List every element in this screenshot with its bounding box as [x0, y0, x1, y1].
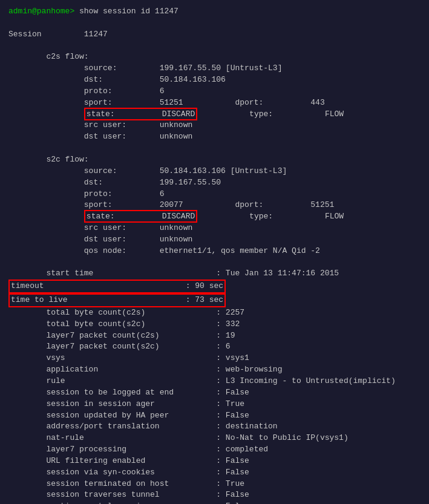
- timeout-line: timeout : 90 sec: [8, 281, 226, 290]
- total-byte-c2s: total byte count(c2s) : 2257: [8, 308, 244, 317]
- session-label: Session 11247: [8, 30, 108, 39]
- ttl-line: time to live : 73 sec: [8, 295, 226, 304]
- c2s-proto: proto: 6: [8, 87, 164, 96]
- c2s-dst-user: dst user: unknown: [8, 132, 192, 141]
- traverses-tunnel: session traverses tunnel : False: [8, 490, 249, 499]
- c2s-source: source: 199.167.55.50 [Untrust-L3]: [8, 64, 282, 73]
- url-filter: URL filtering enabled : False: [8, 456, 249, 465]
- application-line: application : web-browsing: [8, 365, 282, 374]
- c2s-state-type: state: DISCARD type: FLOW: [8, 108, 344, 120]
- addr-port-trans: address/port translation : destination: [8, 422, 278, 431]
- prompt-line: admin@panhome> show session id 11247: [8, 7, 178, 16]
- rule-line: rule : L3 Incoming - to Untrusted(implic…: [8, 376, 396, 385]
- nat-rule: nat-rule : No-Nat to Public IP(vsys1): [8, 433, 349, 442]
- ha-peer: session updated by HA peer : False: [8, 411, 249, 420]
- s2c-proto: proto: 6: [8, 189, 164, 198]
- start-time-label: start time : Tue Jan 13 11:47:16 2015: [8, 269, 339, 278]
- c2s-dst: dst: 50.184.163.106: [8, 75, 226, 84]
- syn-cookies: session via syn-cookies : False: [8, 468, 249, 477]
- session-logged: session to be logged at end : False: [8, 388, 249, 397]
- s2c-state-type: state: DISCARD type: FLOW: [8, 210, 344, 223]
- layer7-pkt-c2s: layer7 packet count(c2s) : 19: [8, 331, 235, 340]
- s2c-label: s2c flow:: [8, 155, 89, 164]
- layer7-proc: layer7 processing : completed: [8, 445, 268, 454]
- layer7-pkt-s2c: layer7 packet count(s2c) : 6: [8, 342, 231, 351]
- terminal-content: admin@panhome> show session id 11247 Ses…: [8, 6, 421, 504]
- vsys-line: vsys : vsys1: [8, 353, 249, 362]
- session-ager: session in session ager : True: [8, 399, 244, 408]
- s2c-sport-dport: sport: 20077 dport: 51251: [8, 200, 334, 209]
- total-byte-s2c: total byte count(s2c) : 332: [8, 319, 240, 329]
- s2c-src-user: src user: unknown: [8, 223, 192, 232]
- c2s-src-user: src user: unknown: [8, 120, 192, 129]
- s2c-dst-user: dst user: unknown: [8, 235, 192, 244]
- s2c-qos-node: qos node: ethernet1/1, qos member N/A Qi…: [8, 246, 320, 255]
- c2s-sport-dport: sport: 51251 dport: 443: [8, 98, 325, 107]
- terminal: admin@panhome> show session id 11247 Ses…: [8, 6, 421, 504]
- s2c-source: source: 50.184.163.106 [Untrust-L3]: [8, 166, 287, 175]
- captive-portal: captive portal session : False: [8, 502, 249, 504]
- s2c-dst: dst: 199.167.55.50: [8, 178, 221, 187]
- term-on-host: session terminated on host : True: [8, 479, 244, 488]
- c2s-label: c2s flow:: [8, 52, 89, 61]
